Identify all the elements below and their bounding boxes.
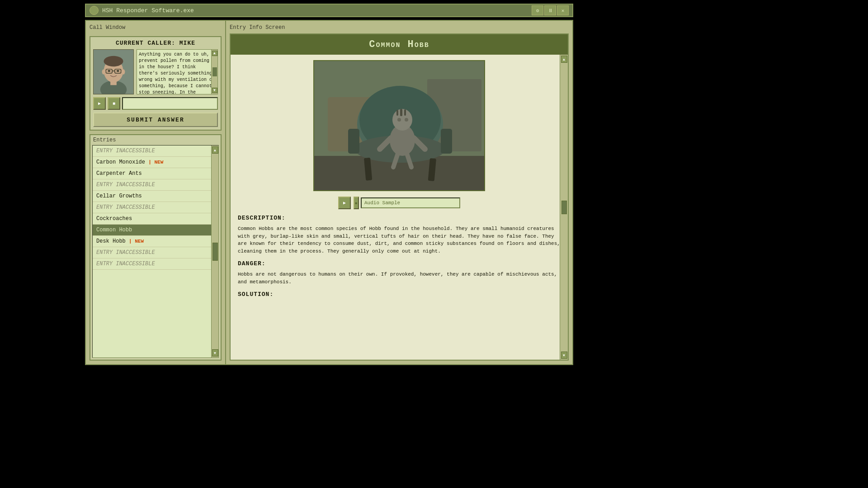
entry-item-2[interactable]: Carbon Monoxide | NEW <box>93 157 211 168</box>
entry-image <box>313 60 485 191</box>
caller-photo <box>93 49 134 94</box>
content-scroll-down[interactable]: ▼ <box>561 352 567 359</box>
dialogue-scroll-thumb <box>212 67 217 76</box>
svg-point-9 <box>117 70 119 72</box>
description-section: DESCRIPTION: Common Hobbs are the most c… <box>238 215 561 255</box>
creature-illustration <box>314 61 485 191</box>
caller-dialogue: Anything you can do to uh, prevent polle… <box>137 49 218 94</box>
svg-point-11 <box>122 69 125 75</box>
dialogue-scrollbar: ▲ ▼ <box>211 50 217 94</box>
description-header: DESCRIPTION: <box>238 215 561 221</box>
entries-scroll-up[interactable]: ▲ <box>212 146 218 154</box>
content-scroll-up[interactable]: ▲ <box>561 56 567 63</box>
entry-image-container <box>238 60 561 191</box>
app-logo <box>90 6 99 15</box>
entry-info-container: Common Hobb <box>230 33 569 361</box>
stop-button[interactable]: ■ <box>108 97 120 110</box>
dialogue-scroll-down[interactable]: ▼ <box>212 88 217 93</box>
entry-title: Common Hobb <box>369 39 429 50</box>
danger-section: DANGER: Hobbs are not dangerous to human… <box>238 260 561 286</box>
app-title: HSH Responder Software.exe <box>102 7 532 14</box>
entry-item-4[interactable]: ENTRY INACCESSIBLE <box>93 179 211 191</box>
current-caller-title: CURRENT CALLER: MIKE <box>93 40 218 47</box>
svg-rect-35 <box>314 61 485 191</box>
svg-point-8 <box>108 70 110 72</box>
call-window-label: Call Window <box>90 24 222 31</box>
window-controls: ⚙ ⏸ ✕ <box>532 5 569 15</box>
entry-content-scrollbar: ▲ ▼ <box>560 55 568 360</box>
title-bar: HSH Responder Software.exe ⚙ ⏸ ✕ <box>85 4 573 17</box>
entry-info-label: Entry Info Screen <box>230 24 569 31</box>
entry-item-1[interactable]: ENTRY INACCESSIBLE <box>93 145 211 157</box>
entries-list: ENTRY INACCESSIBLE Carbon Monoxide | NEW… <box>93 145 211 357</box>
entry-item-11[interactable]: ENTRY INACCESSIBLE <box>93 258 211 270</box>
svg-point-4 <box>104 56 123 66</box>
svg-point-10 <box>102 69 106 75</box>
answer-input[interactable] <box>122 97 218 110</box>
audio-stop-indicator: ■ <box>354 197 359 209</box>
entries-scroll-down[interactable]: ▼ <box>212 349 218 357</box>
entries-panel: Entries ENTRY INACCESSIBLE Carbon Monoxi… <box>90 134 222 361</box>
play-button[interactable]: ▶ <box>93 97 106 110</box>
main-container: Call Window CURRENT CALLER: MIKE <box>85 20 573 365</box>
entry-content: ▶ ■ Audio Sample DESCRIPTION: Common Hob… <box>231 55 568 360</box>
entries-scroll-thumb <box>212 243 218 261</box>
danger-body: Hobbs are not dangerous to humans on the… <box>238 271 561 286</box>
entry-item-5[interactable]: Cellar Growths <box>93 191 211 202</box>
audio-play-button[interactable]: ▶ <box>338 197 351 209</box>
entries-scrollbar: ▲ ▼ <box>211 145 218 357</box>
entry-header: Common Hobb <box>231 34 568 55</box>
danger-header: DANGER: <box>238 260 561 267</box>
entry-item-8[interactable]: Common Hobb <box>93 225 211 236</box>
entry-item-10[interactable]: ENTRY INACCESSIBLE <box>93 247 211 258</box>
entry-item-6[interactable]: ENTRY INACCESSIBLE <box>93 202 211 213</box>
playback-controls: ▶ ■ <box>93 97 218 110</box>
pause-button[interactable]: ⏸ <box>544 5 556 15</box>
settings-button[interactable]: ⚙ <box>532 5 543 15</box>
entry-item-3[interactable]: Carpenter Ants <box>93 168 211 179</box>
audio-bar: ■ Audio Sample <box>354 197 460 209</box>
new-badge-carbon: | NEW <box>148 160 163 165</box>
right-panel: Entry Info Screen Common Hobb <box>226 21 572 364</box>
close-button[interactable]: ✕ <box>557 5 569 15</box>
audio-player: ▶ ■ Audio Sample <box>238 197 561 209</box>
entry-item-7[interactable]: Cockroaches <box>93 213 211 225</box>
caller-area: Anything you can do to uh, prevent polle… <box>93 49 218 94</box>
content-scroll-thumb <box>561 201 567 214</box>
new-badge-desk: | NEW <box>129 239 144 244</box>
dialogue-scroll-up[interactable]: ▲ <box>212 51 217 56</box>
submit-answer-button[interactable]: SUBMIT ANSWER <box>93 113 218 127</box>
solution-header: SOLUTION: <box>238 291 561 298</box>
call-window: CURRENT CALLER: MIKE <box>90 36 222 131</box>
entries-list-container: ENTRY INACCESSIBLE Carbon Monoxide | NEW… <box>92 145 219 358</box>
caller-avatar <box>94 49 133 94</box>
audio-track: Audio Sample <box>361 197 460 208</box>
entries-title: Entries <box>90 135 221 145</box>
description-body: Common Hobbs are the most common species… <box>238 225 561 255</box>
entry-item-9[interactable]: Desk Hobb | NEW <box>93 236 211 247</box>
solution-section: SOLUTION: <box>238 291 561 298</box>
left-panel: Call Window CURRENT CALLER: MIKE <box>86 21 226 364</box>
